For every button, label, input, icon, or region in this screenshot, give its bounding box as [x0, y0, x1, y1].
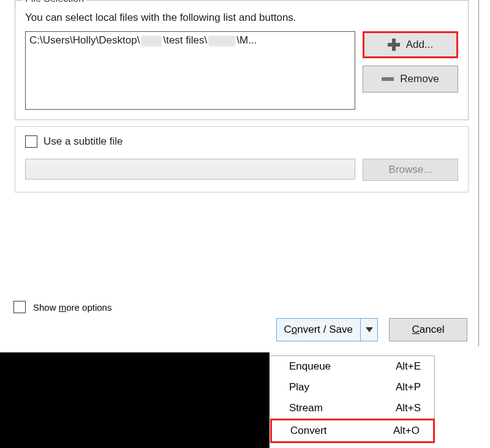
chevron-down-icon — [366, 327, 373, 332]
dialog-buttons: Convert / Save Cancel — [276, 318, 467, 341]
file-path-part-c: \M... — [236, 34, 257, 46]
show-more-options[interactable]: Show more options — [13, 301, 111, 313]
redacted-text — [141, 36, 162, 47]
menu-item-stream[interactable]: Stream Alt+S — [271, 398, 434, 419]
file-path-part-b: \test files\ — [163, 34, 207, 46]
file-path-part-a: C:\Users\Holly\Desktop\ — [29, 34, 140, 46]
cancel-label: Cancel — [412, 324, 445, 336]
convert-save-menu: Enqueue Alt+E Play Alt+P Stream Alt+S Co… — [271, 355, 435, 443]
convert-save-dropdown-toggle[interactable] — [360, 319, 377, 341]
menu-item-play[interactable]: Play Alt+P — [271, 377, 434, 398]
file-buttons: Add... Remove — [363, 31, 458, 110]
menu-label: Play — [289, 381, 309, 393]
open-media-dialog: File Selection You can select local file… — [0, 0, 479, 346]
cancel-button[interactable]: Cancel — [389, 318, 467, 341]
plus-icon — [388, 39, 400, 51]
file-list[interactable]: C:\Users\Holly\Desktop\\test files\\M... — [25, 31, 355, 110]
background-region — [0, 352, 270, 448]
show-more-checkbox[interactable] — [13, 301, 26, 313]
menu-item-convert[interactable]: Convert Alt+O — [270, 419, 435, 443]
menu-shortcut: Alt+O — [393, 425, 420, 437]
subtitle-path-input[interactable] — [25, 159, 355, 180]
subtitle-group: Use a subtitle file Browse... — [15, 126, 469, 192]
file-selection-group: File Selection You can select local file… — [15, 0, 469, 120]
menu-label: Stream — [289, 402, 323, 414]
minus-icon — [382, 77, 394, 81]
file-selection-help: You can select local files with the foll… — [25, 12, 458, 24]
browse-button[interactable]: Browse... — [363, 159, 458, 181]
remove-label: Remove — [400, 73, 439, 85]
add-button[interactable]: Add... — [363, 31, 458, 58]
redacted-text — [208, 36, 235, 47]
convert-save-label: Convert / Save — [277, 319, 360, 341]
show-more-label: Show more options — [33, 302, 111, 313]
menu-shortcut: Alt+P — [396, 381, 421, 393]
remove-button[interactable]: Remove — [363, 66, 458, 93]
menu-label: Enqueue — [289, 360, 331, 373]
subtitle-label: Use a subtitle file — [43, 135, 123, 148]
file-selection-legend: File Selection — [23, 0, 86, 4]
menu-item-enqueue[interactable]: Enqueue Alt+E — [271, 356, 434, 377]
subtitle-checkbox[interactable] — [25, 135, 37, 148]
menu-shortcut: Alt+E — [396, 360, 421, 373]
menu-label: Convert — [290, 425, 327, 437]
browse-label: Browse... — [389, 164, 432, 176]
menu-shortcut: Alt+S — [396, 402, 421, 414]
convert-save-button[interactable]: Convert / Save — [276, 318, 378, 341]
add-label: Add... — [406, 39, 433, 51]
